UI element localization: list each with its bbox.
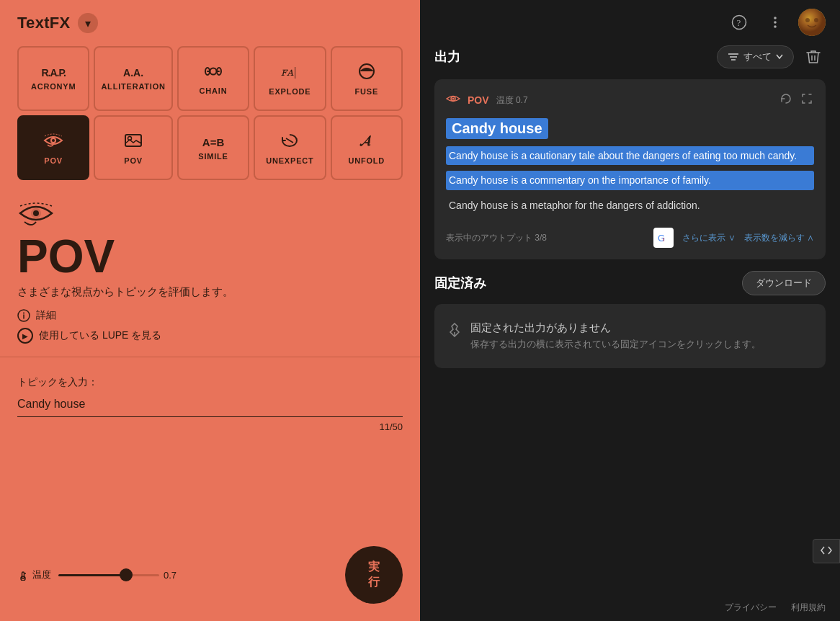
right-footer: プライバシー 利用規約 [420, 594, 840, 621]
output-text-1: Candy house is a cautionary tale about t… [446, 146, 814, 165]
svg-point-23 [774, 25, 777, 28]
tool-scene[interactable]: POV [94, 115, 172, 180]
scene-label: POV [124, 156, 143, 165]
delete-outputs-icon[interactable] [801, 45, 826, 69]
tool-acronym[interactable]: R.A.P. ACRONYM [17, 46, 89, 111]
unexpect-icon [280, 132, 300, 152]
temperature-label: 温度 [17, 568, 51, 581]
svg-point-15 [23, 313, 24, 314]
left-panel: TextFX ▾ R.A.P. ACRONYM A.A. ALLITERATIO… [0, 0, 420, 621]
left-header: TextFX ▾ [0, 0, 420, 46]
simile-icon: A=B [202, 137, 224, 148]
tool-alliteration[interactable]: A.A. ALLITERATION [94, 46, 172, 111]
temperature-control: 温度 0.7 [17, 568, 177, 581]
show-more-button[interactable]: さらに表示 ∨ [682, 232, 735, 244]
show-less-button[interactable]: 表示数を減らす ∧ [744, 232, 814, 244]
tool-fuse[interactable]: FUSE [331, 46, 403, 111]
pinned-empty-content: 固定された出力がありません 保存する出力の横に表示されている固定アイコンをクリッ… [470, 321, 761, 351]
chain-icon [204, 63, 223, 82]
alliteration-label: ALLITERATION [101, 82, 165, 91]
tool-unfold[interactable]: 𝓐 | UNFOLD [331, 115, 403, 180]
pov-lupe-row: ▶ 使用している LUPE を見る [17, 328, 403, 344]
pinned-card: 固定された出力がありません 保存する出力の横に表示されている固定アイコンをクリッ… [434, 304, 826, 368]
pinned-header: 固定済み ダウンロード [434, 271, 826, 295]
svg-point-33 [452, 97, 455, 99]
expand-icon[interactable] [800, 91, 814, 109]
card-actions [778, 91, 814, 110]
tool-chain[interactable]: CHAIN [177, 46, 249, 111]
svg-point-21 [774, 17, 777, 19]
info-label[interactable]: 詳細 [36, 309, 56, 322]
pin-icon [449, 323, 460, 341]
output-title: 出力 [434, 48, 460, 66]
filter-label: すべて [743, 50, 772, 63]
card-header-left: POV 温度 0.7 [446, 93, 528, 108]
more-options-icon[interactable] [762, 9, 788, 35]
pov-eye-icon [43, 132, 63, 152]
temperature-slider[interactable] [58, 574, 159, 576]
card-pov-eye-icon [446, 93, 460, 108]
scene-icon [123, 132, 143, 152]
chain-label: CHAIN [200, 86, 228, 95]
lupe-label[interactable]: 使用している LUPE を見る [39, 329, 161, 342]
svg-point-25 [805, 18, 810, 22]
temp-text: 温度 [32, 568, 51, 581]
app-menu-button[interactable]: ▾ [78, 13, 98, 33]
tool-pov[interactable]: POV [17, 115, 89, 180]
tool-explode[interactable]: ꜰᴀ| EXPLODE [254, 46, 326, 111]
output-header: 出力 すべて [434, 45, 826, 69]
output-count: 表示中のアウトプット 3/8 [446, 232, 547, 244]
card-footer-right: G t さらに表示 ∨ 表示数を減らす ∧ [653, 228, 814, 248]
svg-point-7 [128, 137, 132, 140]
tool-grid: R.A.P. ACRONYM A.A. ALLITERATION CHAIN ꜰ [0, 46, 420, 186]
info-icon [17, 309, 30, 322]
svg-text:?: ? [737, 17, 741, 28]
svg-point-5 [52, 139, 55, 142]
translate-icon[interactable]: G t [653, 228, 674, 248]
unfold-label: UNFOLD [348, 156, 385, 165]
play-icon[interactable]: ▶ [17, 328, 33, 344]
card-header: POV 温度 0.7 [446, 91, 814, 110]
temperature-value: 0.7 [164, 570, 177, 581]
output-text-2: Candy house is a commentary on the impor… [446, 171, 814, 189]
pov-info-row: 詳細 [17, 309, 403, 322]
right-panel: ? [420, 0, 840, 621]
pinned-empty-desc: 保存する出力の横に表示されている固定アイコンをクリックします。 [470, 338, 761, 351]
thermometer-icon [17, 569, 29, 581]
user-avatar[interactable] [798, 9, 826, 36]
pov-description-section: POV さまざまな視点からトピックを評価します。 詳細 ▶ 使用している LUP… [0, 186, 420, 349]
svg-text:|: | [369, 135, 371, 143]
tool-unexpect[interactable]: UNEXPECT [254, 115, 326, 180]
privacy-link[interactable]: プライバシー [725, 602, 777, 614]
run-button[interactable]: 実 行 [345, 546, 403, 604]
slider-container: 0.7 [58, 570, 177, 581]
bottom-controls: 温度 0.7 実 行 [0, 537, 420, 621]
char-count: 11/50 [17, 421, 403, 432]
unfold-icon: 𝓐 | [357, 132, 377, 152]
output-controls: すべて [717, 45, 826, 69]
terms-link[interactable]: 利用規約 [791, 602, 826, 614]
pinned-empty-title: 固定された出力がありません [470, 321, 761, 335]
svg-point-12 [33, 210, 39, 216]
tool-simile[interactable]: A=B SIMILE [177, 115, 249, 180]
card-footer: 表示中のアウトプット 3/8 G t さらに表示 ∨ 表示数を減らす ∧ [446, 222, 814, 248]
right-content: 出力 すべて [420, 45, 840, 594]
explode-icon: ꜰᴀ| [280, 63, 300, 83]
svg-rect-17 [22, 572, 24, 578]
output-card: POV 温度 0.7 [434, 79, 826, 259]
pov-section-icon [17, 197, 403, 232]
fuse-icon [357, 63, 377, 83]
code-expand-button[interactable] [813, 539, 840, 563]
topic-input[interactable] [17, 395, 403, 417]
card-temp: 温度 0.7 [496, 94, 528, 107]
alliteration-icon: A.A. [123, 68, 143, 78]
regenerate-icon[interactable] [778, 91, 794, 110]
acronym-label: ACRONYM [31, 82, 76, 91]
filter-button[interactable]: すべて [717, 45, 794, 68]
download-button[interactable]: ダウンロード [742, 271, 826, 295]
card-name: POV [468, 94, 489, 106]
svg-line-8 [286, 138, 293, 143]
divider [0, 357, 420, 357]
output-highlighted-title: Candy house [446, 118, 814, 146]
help-icon[interactable]: ? [726, 9, 752, 35]
